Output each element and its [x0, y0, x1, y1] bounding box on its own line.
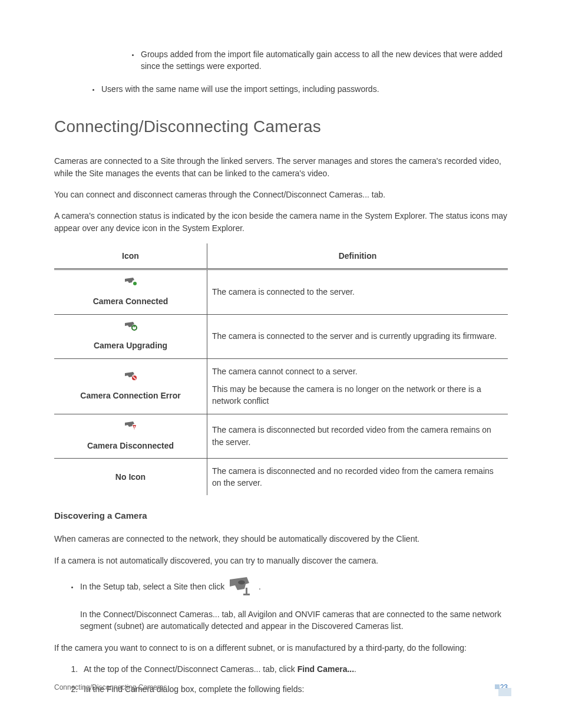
bullet-text-prefix: In the Setup tab, select a Site then cli…	[80, 582, 227, 591]
body-paragraph: If the camera you want to connect to is …	[54, 642, 508, 654]
list-item: Users with the same name will use the im…	[100, 83, 508, 95]
camera-large-icon	[228, 576, 254, 599]
icon-label: Camera Connected	[59, 295, 202, 307]
camera-disconnected-icon	[124, 421, 137, 433]
icon-label: Camera Disconnected	[59, 440, 202, 452]
footer-decoration	[498, 688, 511, 696]
table-cell-definition: The camera is disconnected but recorded …	[207, 414, 508, 458]
icon-label: Camera Connection Error	[59, 390, 202, 401]
svg-point-6	[238, 580, 245, 584]
footer-title: Connecting/Disconnecting Cameras	[54, 683, 167, 691]
body-paragraph: Cameras are connected to a Site through …	[54, 155, 508, 179]
table-cell-definition: The camera cannot connect to a server. T…	[207, 358, 508, 414]
table-cell-definition: The camera is connected to the server an…	[207, 314, 508, 358]
camera-error-icon	[124, 371, 137, 384]
table-row: Camera Connection Error The camera canno…	[54, 358, 508, 414]
body-paragraph: A camera's connection status is indicate…	[54, 210, 508, 234]
subheading: Discovering a Camera	[54, 509, 508, 522]
page-footer: Connecting/Disconnecting Cameras 23	[54, 683, 508, 693]
bullet-text-suffix: .	[259, 582, 261, 591]
bullet-follow-paragraph: In the Connect/Disconnect Cameras... tab…	[80, 608, 508, 633]
svg-point-0	[133, 282, 137, 285]
body-paragraph: When cameras are connected to the networ…	[54, 533, 508, 545]
footer-decoration	[495, 684, 500, 689]
status-table: Icon Definition Camera Connected The cam…	[54, 243, 508, 495]
table-row: Camera Disconnected The camera is discon…	[54, 414, 508, 458]
table-cell-definition: The camera is connected to the server.	[207, 269, 508, 314]
list-item: In the Setup tab, select a Site then cli…	[79, 576, 508, 633]
table-row: Camera Upgrading The camera is connected…	[54, 314, 508, 358]
definition-line: The camera cannot connect to a server.	[212, 365, 503, 377]
table-cell-definition: The camera is disconnected and no record…	[207, 458, 508, 495]
body-paragraph: If a camera is not automatically discove…	[54, 555, 508, 566]
bullet-list: Users with the same name will use the im…	[100, 83, 508, 95]
icon-label: Camera Upgrading	[59, 340, 202, 351]
table-row: No Icon The camera is disconnected and n…	[54, 458, 508, 495]
body-paragraph: You can connect and disconnect cameras t…	[54, 189, 508, 200]
definition-line: This may be because the camera is no lon…	[212, 383, 503, 407]
svg-rect-5	[134, 428, 135, 429]
icon-label: No Icon	[59, 471, 202, 483]
step-text-suffix: .	[354, 664, 356, 674]
table-row: Camera Connected The camera is connected…	[54, 269, 508, 314]
table-header-icon: Icon	[54, 243, 207, 269]
table-header-definition: Definition	[207, 243, 508, 269]
page-heading: Connecting/Disconnecting Cameras	[54, 115, 508, 139]
document-page: Groups added from the import file automa…	[0, 0, 562, 696]
svg-rect-7	[246, 588, 247, 594]
nested-bullet-list: Groups added from the import file automa…	[140, 48, 508, 73]
camera-upgrading-icon	[124, 321, 137, 334]
step-text-prefix: At the top of the Connect/Disconnect Cam…	[84, 664, 297, 674]
svg-rect-4	[134, 426, 135, 428]
list-item: Groups added from the import file automa…	[140, 48, 508, 73]
camera-connected-icon	[124, 277, 137, 289]
list-item: At the top of the Connect/Disconnect Cam…	[80, 663, 508, 675]
svg-rect-8	[243, 594, 250, 595]
find-camera-label: Find Camera...	[297, 664, 354, 674]
bullet-list: In the Setup tab, select a Site then cli…	[79, 576, 508, 633]
